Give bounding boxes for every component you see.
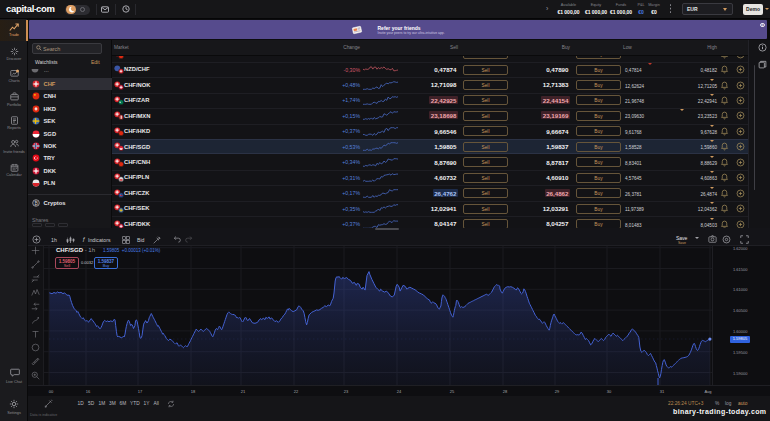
svg-text:₿: ₿	[34, 199, 38, 205]
